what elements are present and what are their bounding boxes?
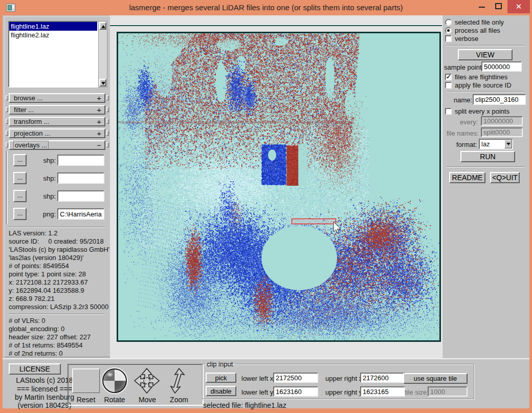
notch	[6, 95, 8, 100]
clip-input-group: clip input pick disable lower left x: lo…	[202, 360, 474, 399]
checkbox-verbose[interactable]	[445, 35, 452, 42]
checkbox-apply-file-source-id[interactable]	[445, 82, 452, 89]
app-window: lasmerge - merges several LiDAR files in…	[0, 0, 532, 413]
browse-file-button[interactable]: ...	[13, 190, 27, 202]
overlay-row: ... png:	[5, 208, 115, 221]
las-info-line: x: 2172108.12 2172933.67	[9, 278, 88, 286]
view-button[interactable]: VIEW	[458, 49, 513, 60]
lower-left-y-input[interactable]	[273, 386, 318, 397]
plus-icon: +	[97, 94, 101, 102]
tile-size-input[interactable]	[428, 386, 468, 397]
las-info-line: 'LAStools (c) by rapidlasso GmbH'	[9, 246, 109, 253]
section-transform-button[interactable]: transform ...+	[9, 117, 105, 126]
section-browse-button[interactable]: browse ...+	[9, 93, 105, 103]
lower-left-x-input[interactable]	[273, 373, 318, 383]
upper-right-y-input[interactable]	[360, 386, 405, 397]
overlay-row: ... shp:	[5, 190, 115, 203]
file-names-label: file names:	[447, 129, 479, 137]
use-square-tile-button[interactable]: use square tile	[403, 373, 468, 384]
separator	[9, 314, 105, 315]
quit-button[interactable]: <Q>UIT	[490, 172, 520, 183]
lower-left-x-label: lower left x:	[241, 375, 275, 382]
las-info-line: compression: LASzip 3.2r3 50000	[9, 303, 108, 311]
pointcloud-frame	[117, 32, 441, 342]
separator	[9, 227, 105, 228]
section-filter-button[interactable]: filter ...+	[9, 105, 105, 115]
radio-selected-file-only[interactable]	[445, 19, 452, 26]
tile-size-label: tile size:	[405, 388, 429, 396]
plus-icon: +	[97, 129, 101, 137]
las-info-line: header size: 227 offset: 227	[9, 333, 91, 341]
right-panel: selected file only process all files ver…	[442, 15, 529, 358]
file-list-scrollbar[interactable]	[98, 21, 107, 88]
checkbox-label: files are flightlines	[455, 73, 507, 81]
checkbox-files-are-flightlines[interactable]	[445, 74, 452, 80]
format-select[interactable]: laz	[479, 139, 513, 149]
radio-process-all-files[interactable]	[445, 27, 452, 34]
browse-file-button[interactable]: ...	[13, 172, 27, 184]
dropdown-arrow-button[interactable]	[504, 140, 512, 148]
shp-input[interactable]	[57, 155, 104, 166]
run-button[interactable]: RUN	[460, 151, 515, 162]
shp-input[interactable]	[57, 190, 104, 202]
minimize-button[interactable]	[475, 0, 490, 13]
section-label: transform ...	[14, 118, 49, 125]
list-item[interactable]: flightline2.laz	[9, 31, 97, 39]
pointcloud-canvas[interactable]	[118, 33, 439, 340]
shp-label: shp:	[30, 175, 56, 182]
pick-button[interactable]: pick	[206, 373, 236, 383]
browse-file-button[interactable]: ...	[13, 154, 27, 166]
separator	[110, 25, 442, 26]
section-projection-button[interactable]: projection ...+	[9, 128, 105, 138]
las-info-line: # of points: 8549554	[9, 262, 69, 270]
selected-file-status: selected file: flightline1.laz	[203, 401, 286, 409]
las-info-line: 'las2las (version 180429)'	[9, 254, 84, 262]
license-button[interactable]: LICENSE	[9, 363, 61, 375]
name-label: name:	[454, 96, 472, 104]
section-row-overlays: overlays ...−	[5, 140, 115, 150]
scroll-down-button[interactable]	[99, 79, 106, 86]
shp-input[interactable]	[57, 172, 104, 184]
scroll-up-button[interactable]	[99, 22, 106, 30]
notch	[6, 107, 8, 112]
left-panel: flightline1.laz flightline2.laz browse .…	[4, 16, 115, 357]
move-label: Move	[132, 396, 163, 404]
maximize-button[interactable]	[491, 0, 506, 13]
checkbox-split-every[interactable]	[445, 108, 452, 115]
file-names-input[interactable]	[481, 127, 523, 137]
close-button[interactable]: ✕	[507, 0, 530, 13]
list-item[interactable]: flightline1.laz	[9, 22, 97, 31]
section-overlays-button[interactable]: overlays ...−	[9, 140, 105, 150]
lower-left-y-label: lower left y:	[241, 388, 275, 396]
png-input[interactable]	[57, 208, 104, 220]
las-info-line: source ID: 0 created: 95/2018	[9, 237, 104, 245]
notch	[6, 142, 8, 147]
disable-button[interactable]: disable	[206, 386, 236, 396]
reset-button[interactable]	[72, 368, 100, 393]
readme-button[interactable]: README	[449, 172, 485, 183]
radio-label: process all files	[455, 27, 500, 34]
every-label: every:	[460, 118, 478, 126]
overlay-row: ... shp:	[5, 154, 115, 167]
minus-icon: −	[97, 141, 101, 149]
sample-points-input[interactable]	[481, 61, 522, 72]
plus-icon: +	[97, 106, 101, 114]
notch	[106, 107, 109, 112]
upper-right-x-input[interactable]	[360, 373, 405, 383]
rotate-label: Rotate	[99, 396, 130, 404]
zoom-icon[interactable]	[166, 367, 192, 394]
checkbox-label: apply file source ID	[455, 81, 512, 89]
file-listbox[interactable]: flightline1.laz flightline2.laz	[8, 21, 98, 88]
upper-right-y-label: upper right y:	[325, 388, 364, 396]
overlay-row: ... shp:	[5, 172, 115, 185]
rotate-trackball-icon[interactable]	[102, 368, 127, 393]
bottom-bar: LICENSE LAStools (c) 2018 === licensed =…	[3, 358, 529, 408]
reset-label: Reset	[71, 396, 101, 404]
every-input[interactable]	[481, 116, 523, 126]
las-info-line: # of 1st returns: 8549554	[9, 341, 83, 349]
browse-file-button[interactable]: ...	[13, 208, 27, 220]
move-icon[interactable]	[134, 367, 160, 394]
name-input[interactable]	[473, 94, 526, 105]
minimize-icon	[479, 7, 485, 8]
titlebar: lasmerge - merges several LiDAR files in…	[0, 0, 532, 15]
